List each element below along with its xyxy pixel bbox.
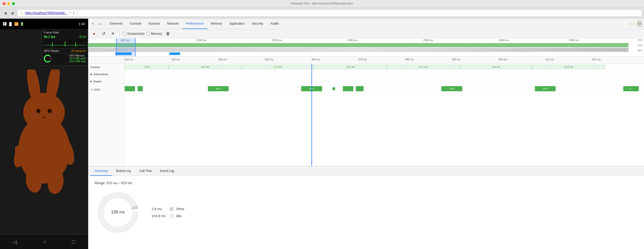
tab-console[interactable]: Console: [126, 19, 145, 29]
gpu-raster-row: GPU Raster off (viewport): [44, 49, 86, 53]
battery-icon: 🔋: [20, 22, 24, 26]
bottom-tabs: Summary Bottom-Up Call Tree Event Log: [88, 167, 644, 176]
gpu-collapse-arrow[interactable]: ▼: [90, 88, 93, 91]
tab-call-tree[interactable]: Call Tree: [135, 167, 156, 176]
timeline-overview[interactable]: 500 ms 1000 ms 1500 ms 2000 ms 2500 ms 3…: [88, 38, 644, 57]
track-label-spacer: [88, 57, 125, 64]
window-controls[interactable]: [3, 2, 15, 5]
bookmark-button[interactable]: ☆: [69, 11, 72, 15]
overview-label-2500: 2500 ms: [423, 39, 433, 42]
cursor-tool-button[interactable]: ↖: [90, 21, 96, 27]
bottom-panel: Summary Bottom-Up Call Tree Event Log Ra…: [88, 166, 644, 249]
bluetooth-icon: 🅱: [3, 22, 6, 26]
refresh-record-button[interactable]: ↺: [100, 30, 107, 37]
raster-expand-arrow[interactable]: ▶: [90, 80, 93, 83]
svg-point-11: [42, 116, 46, 119]
address-bar[interactable]: ⚠ https://localhost:5000/goodbl... ☆ 1 ⋮: [18, 9, 642, 17]
gpu-content[interactable]: GPU GPU GPU GPU G...: [125, 85, 644, 94]
idle-value: 104.9 ms: [152, 214, 167, 218]
gpu-memory-max: 192.0 MB max: [69, 60, 86, 63]
legend-area: 2.8 ms Other 104.9 ms Idle: [152, 181, 185, 244]
address-actions: ☆ 1 ⋮: [69, 11, 79, 15]
tab-elements[interactable]: Elements: [106, 19, 126, 29]
screenshots-checkbox[interactable]: [123, 32, 126, 35]
screenshots-label: Screenshots: [127, 32, 145, 36]
ruler-580: 580 ms: [405, 58, 414, 61]
gpu-block-5: GPU: [441, 86, 462, 91]
back-button[interactable]: ◀: [2, 10, 8, 16]
tab-audits[interactable]: Audits: [267, 19, 282, 29]
memory-label: Memory: [151, 32, 162, 36]
close-button[interactable]: [3, 2, 6, 5]
tab-bottom-up[interactable]: Bottom-Up: [112, 167, 135, 176]
tab-sources[interactable]: Sources: [145, 19, 164, 29]
screenshots-checkbox-group[interactable]: Screenshots: [123, 32, 145, 36]
frame-block-7: 16.5 ms: [532, 65, 605, 69]
gpu-block-4b: [356, 86, 364, 91]
interactions-content: [125, 71, 644, 78]
fps-value: 59.1 fps: [44, 35, 55, 39]
ruler-560: 560 ms: [312, 58, 320, 61]
interactions-expand-arrow[interactable]: ▶: [90, 73, 93, 75]
tab-summary[interactable]: Summary: [90, 167, 112, 176]
gpu-block-1b: [138, 86, 143, 91]
back-nav-icon[interactable]: ◁: [13, 239, 17, 245]
overview-label-3000: 3000 ms: [499, 39, 509, 42]
gpu-label: ▼ GPU: [88, 85, 125, 94]
wifi-icon: 📶: [14, 22, 18, 26]
signal-icon: ▐▌: [8, 22, 13, 26]
timeline-detail: 520 ms 530 ms 540 ms 550 ms 560 ms 570 m…: [88, 57, 644, 166]
delete-recording-button[interactable]: 🗑: [164, 30, 172, 37]
clear-button[interactable]: ✕: [109, 30, 116, 37]
home-nav-icon[interactable]: ○: [43, 239, 46, 245]
frames-label-text: Frames: [90, 66, 100, 69]
svg-rect-8: [15, 146, 20, 155]
menu-button[interactable]: ⋮: [76, 11, 79, 15]
time-ruler: 520 ms 530 ms 540 ms 550 ms 560 ms 570 m…: [88, 57, 644, 64]
empty-label: [88, 94, 125, 166]
forward-button[interactable]: ▶: [10, 10, 16, 16]
tab-event-log[interactable]: Event Log: [156, 167, 178, 176]
overlay-card: Frame Rate 59.1 fps 30-63 GPU Raster off…: [41, 29, 88, 66]
tab-performance[interactable]: Performance: [182, 19, 207, 29]
record-button[interactable]: ●: [90, 30, 98, 37]
gpu-track: ▼ GPU GPU GPU GPU: [88, 85, 644, 94]
tab-memory[interactable]: Memory: [207, 19, 226, 29]
recent-nav-icon[interactable]: □: [72, 239, 75, 245]
tab-security[interactable]: Security: [248, 19, 267, 29]
maximize-button[interactable]: [12, 2, 15, 5]
timeline-cursor-empty: [312, 94, 312, 166]
other-value: 2.8 ms: [152, 207, 167, 211]
fps-spike-2: [65, 41, 65, 46]
gpu-block-4: [343, 86, 353, 91]
ruler-600: 600 ms: [499, 58, 507, 61]
donut-area: 108 ms: [95, 189, 141, 236]
memory-checkbox[interactable]: [147, 32, 150, 35]
frames-track: Frames: [88, 64, 644, 71]
ruler-530: 530 ms: [171, 58, 180, 61]
donut-chart: 108 ms: [95, 189, 141, 236]
phone-nav-bar[interactable]: ◁ ○ □: [0, 234, 88, 249]
settings-gear-button[interactable]: ⚙: [637, 21, 642, 27]
device-tool-button[interactable]: ▭: [97, 21, 103, 27]
ruler-610: 610 ms: [545, 58, 554, 61]
gpu-block-3: GPU: [301, 86, 322, 91]
tabs-button[interactable]: 1: [73, 11, 75, 15]
ruler-590: 590 ms: [452, 58, 461, 61]
selection-highlight: [116, 38, 136, 56]
memory-checkbox-group[interactable]: Memory: [147, 32, 162, 36]
tab-application[interactable]: Application: [226, 19, 248, 29]
raster-label-text: Raster: [94, 80, 102, 83]
frame-rate-title: Frame Rate: [44, 31, 86, 34]
net-bar-overview: [88, 52, 628, 55]
svg-point-1: [23, 93, 65, 132]
frames-content[interactable]: .9 ms 16.5 ms 17.0 ms 18.1 ms 15.7 ms 16…: [125, 64, 644, 70]
tab-network[interactable]: Network: [164, 19, 182, 29]
other-label: Other: [176, 207, 185, 211]
time-ruler-labels: 520 ms 530 ms 540 ms 550 ms 560 ms 570 m…: [125, 57, 644, 64]
overview-label-1000: 1000 ms: [196, 39, 206, 42]
browser-toolbar: ◀ ▶ ⚠ https://localhost:5000/goodbl... ☆…: [0, 7, 644, 19]
minimize-button[interactable]: [7, 2, 10, 5]
ruler-570: 570 ms: [358, 58, 367, 61]
gpu-block-small: [332, 87, 335, 90]
